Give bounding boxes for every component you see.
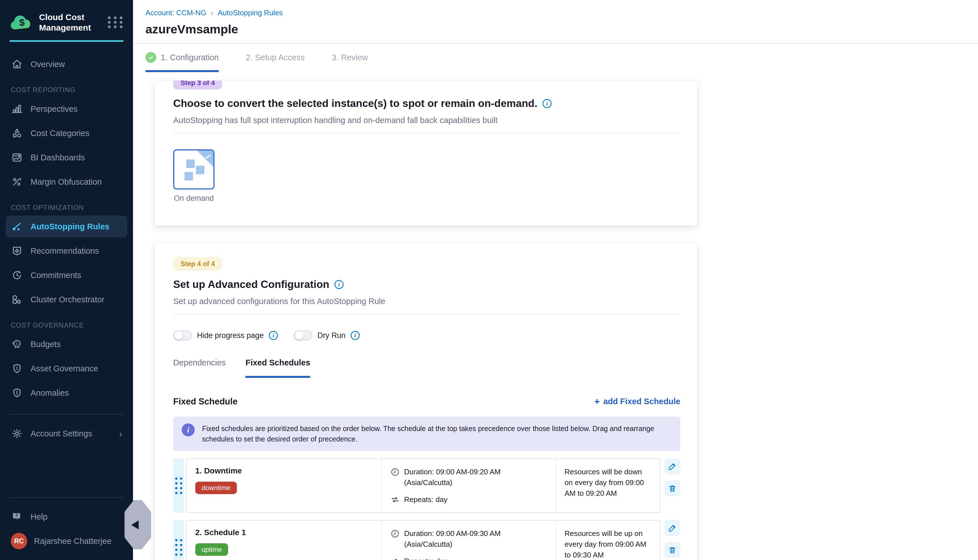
dry-run-toggle-group: Dry Run i xyxy=(294,330,360,340)
priority-info-banner: i Fixed schedules are prioritized based … xyxy=(173,417,680,451)
sidebar-item-label: Margin Obfuscation xyxy=(30,177,102,187)
sidebar-item-recommendations[interactable]: Recommendations xyxy=(6,240,127,262)
info-icon[interactable]: i xyxy=(542,99,552,108)
priority-info-text: Fixed schedules are prioritized based on… xyxy=(202,423,672,444)
step4-subtitle: Set up advanced configurations for this … xyxy=(173,297,680,306)
step4-card: Step 4 of 4 Set up Advanced Configuratio… xyxy=(155,243,697,560)
instance-square-icon xyxy=(186,160,195,168)
sidebar-item-asset-governance[interactable]: $ Asset Governance xyxy=(6,357,127,380)
sidebar-item-margin-obfuscation[interactable]: Margin Obfuscation xyxy=(6,171,127,193)
fixed-schedule-heading: Fixed Schedule xyxy=(173,397,237,407)
app-grid-icon[interactable] xyxy=(107,14,124,30)
sidebar-item-perspectives[interactable]: Perspectives xyxy=(6,98,127,120)
main-content: Account: CCM-NG › AutoStopping Rules azu… xyxy=(133,0,978,560)
breadcrumb-separator-icon: › xyxy=(211,9,213,17)
sidebar-item-label: Account Settings xyxy=(30,429,92,438)
user-profile[interactable]: RC Rajarshee Chatterjee xyxy=(6,530,127,552)
recommendation-icon xyxy=(11,245,23,257)
bar-chart-icon xyxy=(11,103,23,115)
page-title: azureVmsample xyxy=(145,22,978,36)
edit-schedule-button[interactable] xyxy=(664,520,680,536)
tab-fixed-schedules[interactable]: Fixed Schedules xyxy=(245,358,310,378)
step3-title-text: Choose to convert the selected instance(… xyxy=(173,98,537,110)
sidebar-item-label: Recommendations xyxy=(30,246,99,256)
sidebar-item-label: BI Dashboards xyxy=(30,153,85,162)
tab-setup-access[interactable]: 2. Setup Access xyxy=(246,52,305,72)
sidebar-item-label: Perspectives xyxy=(30,104,78,114)
sidebar-item-account-settings[interactable]: Account Settings › xyxy=(6,423,127,445)
drag-handle[interactable] xyxy=(173,520,184,560)
on-demand-label: On demand xyxy=(173,194,215,203)
sidebar-item-cluster-orchestrator[interactable]: Cluster Orchestrator xyxy=(6,288,127,310)
info-icon[interactable]: i xyxy=(350,331,360,340)
repeats-text: Repeats: day xyxy=(404,556,447,560)
delete-schedule-button[interactable] xyxy=(664,542,680,558)
delete-schedule-button[interactable] xyxy=(664,480,680,497)
sidebar-item-label: Cluster Orchestrator xyxy=(30,295,104,304)
tab-review[interactable]: 3. Review xyxy=(332,52,368,72)
cloud-cost-logo-icon: $ xyxy=(10,13,33,32)
plus-icon: + xyxy=(594,396,600,407)
dry-run-toggle[interactable] xyxy=(294,330,312,340)
schedule-name: 2. Schedule 1 xyxy=(195,528,373,537)
info-icon[interactable]: i xyxy=(269,331,278,340)
sidebar-nav: Overview COST REPORTING Perspectives Cos… xyxy=(0,42,133,560)
instance-square-icon xyxy=(185,172,193,180)
breadcrumb-autostopping-link[interactable]: AutoStopping Rules xyxy=(218,8,283,17)
sidebar-item-autostopping-rules[interactable]: AutoStopping Rules xyxy=(6,215,127,238)
schedule-card: 2. Schedule 1 uptime Duration: 09:00 AM-… xyxy=(186,520,661,560)
shapes-icon xyxy=(11,127,23,140)
fixed-schedule-header: Fixed Schedule + add Fixed Schedule xyxy=(173,396,680,407)
schedule-timing-col: Duration: 09:00 AM-09:20 AM (Asia/Calcut… xyxy=(382,459,556,512)
section-cost-reporting: COST REPORTING xyxy=(6,86,127,94)
duration-line: Duration: 09:00 AM-09:20 AM (Asia/Calcut… xyxy=(391,467,547,488)
sidebar-item-commitments[interactable]: Commitments xyxy=(6,264,127,286)
on-demand-tile[interactable] xyxy=(173,149,215,190)
section-cost-optimization: COST OPTIMIZATION xyxy=(6,203,127,212)
breadcrumb: Account: CCM-NG › AutoStopping Rules xyxy=(145,8,978,17)
on-demand-option: On demand xyxy=(173,149,215,203)
gear-icon xyxy=(11,427,23,440)
sidebar-header: $ Cloud Cost Management xyxy=(0,0,133,33)
sidebar-item-cost-categories[interactable]: Cost Categories xyxy=(6,122,127,144)
add-fixed-schedule-button[interactable]: + add Fixed Schedule xyxy=(594,396,680,407)
autostopping-icon xyxy=(11,220,23,233)
avatar: RC xyxy=(11,533,27,549)
dashboard-image-icon xyxy=(11,151,23,164)
sidebar-item-label: Budgets xyxy=(30,340,60,349)
shield-dollar-icon: $ xyxy=(11,362,23,375)
schedule-description: Resources will be down on every day from… xyxy=(556,459,660,512)
sidebar-item-label: Cost Categories xyxy=(30,129,89,138)
sidebar-collapse-handle[interactable] xyxy=(125,500,151,549)
info-icon[interactable]: i xyxy=(334,280,344,289)
tab-dependencies[interactable]: Dependencies xyxy=(173,358,225,378)
sidebar-item-help[interactable]: ? Help xyxy=(6,506,127,528)
sidebar-item-bi-dashboards[interactable]: BI Dashboards xyxy=(6,147,127,168)
schedule-type-badge: downtime xyxy=(195,482,237,494)
breadcrumb-account-link[interactable]: Account: CCM-NG xyxy=(145,8,206,17)
hide-progress-toggle[interactable] xyxy=(173,330,192,340)
pencil-icon xyxy=(668,524,677,532)
drag-handle[interactable] xyxy=(173,458,184,513)
tab-configuration[interactable]: 1. Configuration xyxy=(145,52,219,72)
sidebar-item-budgets[interactable]: $ Budgets xyxy=(6,333,127,355)
clock-refresh-icon xyxy=(11,269,23,282)
svg-text:$: $ xyxy=(19,17,25,28)
instance-square-icon xyxy=(196,166,204,174)
trash-icon xyxy=(668,484,677,493)
schedule-card: 1. Downtime downtime Duration: 09:00 AM-… xyxy=(186,458,661,513)
shield-alert-icon xyxy=(11,387,23,399)
info-icon: i xyxy=(182,423,195,437)
advanced-config-tabs: Dependencies Fixed Schedules xyxy=(173,358,680,378)
sidebar-item-label: Asset Governance xyxy=(30,364,98,373)
sidebar-item-anomalies[interactable]: Anomalies xyxy=(6,382,127,404)
percent-icon xyxy=(11,176,23,188)
section-cost-governance: COST GOVERNANCE xyxy=(6,321,127,329)
chevron-right-icon: › xyxy=(119,428,122,439)
home-icon xyxy=(11,58,23,70)
step3-card: Step 3 of 4 Choose to convert the select… xyxy=(155,81,697,225)
repeat-icon xyxy=(391,557,400,560)
sidebar-item-overview[interactable]: Overview xyxy=(6,53,127,75)
edit-schedule-button[interactable] xyxy=(664,458,680,474)
schedule-row: 1. Downtime downtime Duration: 09:00 AM-… xyxy=(173,458,680,513)
